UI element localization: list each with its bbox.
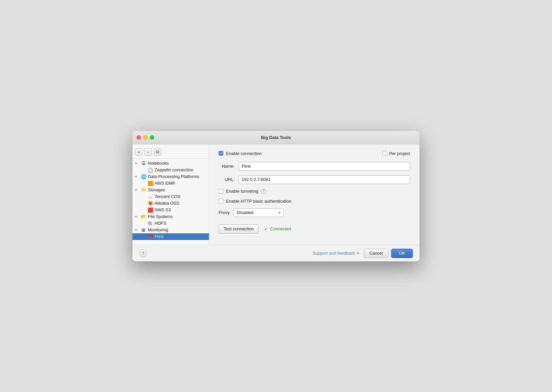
window-title: Big Data Tools [261,135,291,140]
chevron-icon: ▾ [135,175,139,178]
help-button[interactable]: ? [139,249,147,257]
sidebar: + − ⧉ ▾ ☰ Notebooks 📋 Zeppelin connectio… [132,144,209,245]
enable-row: ✓ Enable connection Per project [219,151,410,156]
zeppelin-icon: 📋 [147,167,153,173]
sidebar-item-label: Alibaba OSS [155,201,179,206]
sidebar-item-notebooks[interactable]: ▾ ☰ Notebooks [132,160,209,167]
proxy-label: Proxy [219,210,230,215]
proxy-select-wrapper: Disabled System Manual [234,208,284,217]
remove-button[interactable]: − [145,148,152,156]
url-input[interactable] [239,175,410,184]
copy-button[interactable]: ⧉ [154,148,161,156]
tunneling-checkbox[interactable] [219,189,223,194]
aws-s3-icon: 🟥 [147,207,153,213]
sidebar-item-label: File Systems [148,214,173,219]
ok-button[interactable]: OK [391,249,413,258]
proxy-select[interactable]: Disabled System Manual [234,208,284,217]
enable-left: ✓ Enable connection [219,151,262,156]
tunneling-help-icon[interactable]: ? [261,189,266,194]
sidebar-item-label: Data Processing Platforms [148,174,199,179]
add-button[interactable]: + [135,148,143,156]
chevron-icon: ▾ [135,228,139,232]
sidebar-item-label: Storages [148,187,165,192]
storages-icon: 📁 [141,187,147,193]
check-icon: ✓ [264,226,268,232]
sidebar-item-label: AWS EMR [155,181,175,186]
notebooks-icon: ☰ [141,161,147,166]
flink-icon: 🦞 [147,234,153,239]
enable-connection-checkbox[interactable]: ✓ [219,151,223,156]
sidebar-item-label: HDFS [155,221,166,226]
url-field-row: URL: [219,175,410,184]
tunneling-row: Enable tunneling ? [219,189,410,194]
sidebar-item-label: Zeppelin connection [155,167,193,172]
bottom-bar: ? Support and feedback ▼ Cancel OK [132,245,420,261]
sidebar-item-label: Monitoring [148,227,168,232]
proxy-row: Proxy Disabled System Manual [219,208,410,217]
monitoring-icon: ⊞ [141,227,147,233]
support-feedback-link[interactable]: Support and feedback ▼ [313,251,360,256]
chevron-icon: ▾ [135,215,139,218]
test-connection-row: Test connection ✓ Connected [219,224,410,234]
hdfs-icon: 🐘 [147,221,153,226]
alibaba-icon: 🦊 [147,201,153,206]
sidebar-item-monitoring[interactable]: ▾ ⊞ Monitoring [132,227,209,233]
minimize-button[interactable] [143,135,148,140]
titlebar: Big Data Tools [132,131,420,144]
main-panel: ✓ Enable connection Per project Name: UR… [209,144,420,245]
sidebar-item-tencent-cos[interactable]: ☁️ Tencent COS [132,193,209,200]
sidebar-item-label: Notebooks [148,161,169,166]
content-area: + − ⧉ ▾ ☰ Notebooks 📋 Zeppelin connectio… [132,144,420,245]
sidebar-toolbar: + − ⧉ [132,147,209,159]
http-auth-checkbox[interactable] [219,199,223,203]
cancel-button[interactable]: Cancel [364,249,388,258]
http-auth-label: Enable HTTP basic authentication [226,199,291,204]
http-auth-row: Enable HTTP basic authentication [219,199,410,204]
close-button[interactable] [136,135,141,140]
name-input[interactable] [239,162,410,171]
connected-label: Connected [270,226,291,231]
sidebar-item-label: Tencent COS [155,194,180,199]
sidebar-item-aws-emr[interactable]: 🟧 AWS EMR [132,180,209,187]
sidebar-item-file-systems[interactable]: ▾ 📂 File Systems [132,213,209,220]
url-label: URL: [219,177,239,182]
chevron-icon: ▾ [135,188,139,192]
test-connection-button[interactable]: Test connection [219,224,259,234]
sidebar-item-hdfs[interactable]: 🐘 HDFS [132,220,209,227]
name-field-row: Name: [219,162,410,171]
sidebar-item-label: Flink [155,234,164,239]
support-feedback-label: Support and feedback [313,251,355,256]
chevron-down-icon: ▼ [356,251,360,255]
per-project-label: Per project [389,151,410,156]
sidebar-item-data-processing[interactable]: ▾ 🌐 Data Processing Platforms [132,173,209,180]
file-systems-icon: 📂 [141,214,147,219]
sidebar-item-storages[interactable]: ▾ 📁 Storages [132,187,209,193]
name-label: Name: [219,164,239,169]
sidebar-item-alibaba-oss[interactable]: 🦊 Alibaba OSS [132,200,209,207]
chevron-icon: ▾ [135,161,139,165]
per-project-checkbox[interactable] [382,151,387,156]
maximize-button[interactable] [150,135,154,140]
connection-status: ✓ Connected [264,226,291,232]
data-processing-icon: 🌐 [141,174,147,179]
per-project-row: Per project [382,151,410,156]
tunneling-label: Enable tunneling [226,189,258,194]
sidebar-item-zeppelin[interactable]: 📋 Zeppelin connection [132,167,209,173]
enable-connection-label: Enable connection [226,151,262,156]
traffic-lights [136,135,154,140]
checkmark-icon: ✓ [220,151,223,156]
tencent-icon: ☁️ [147,194,153,199]
bottom-buttons: Cancel OK [364,249,413,258]
aws-emr-icon: 🟧 [147,181,153,186]
main-window: Big Data Tools + − ⧉ ▾ ☰ Notebooks 📋 Zep… [132,131,420,261]
sidebar-item-label: AWS S3 [155,207,171,212]
sidebar-item-aws-s3[interactable]: 🟥 AWS S3 [132,207,209,213]
sidebar-item-flink[interactable]: 🦞 Flink [132,233,209,240]
